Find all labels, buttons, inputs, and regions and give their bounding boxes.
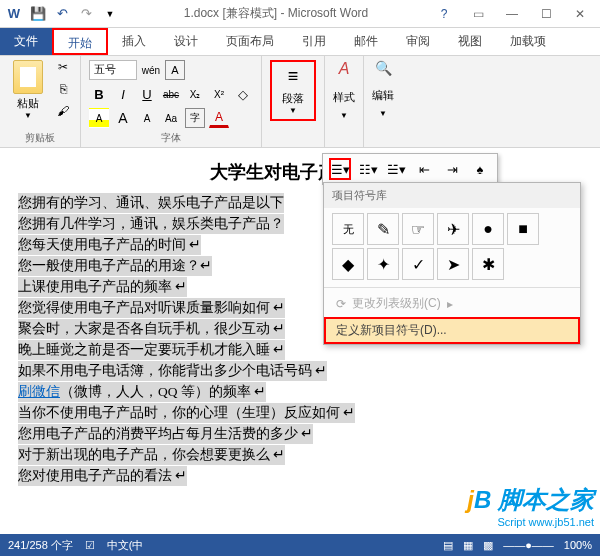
enclose-char-button[interactable]: 字	[185, 108, 205, 128]
clear-format-icon[interactable]: ◇	[233, 84, 253, 104]
change-case-button[interactable]: Aa	[161, 108, 181, 128]
styles-group: A 样式 ▼	[325, 56, 364, 147]
maximize-button[interactable]: ☐	[536, 7, 556, 21]
bullet-pencil[interactable]: ✎	[367, 213, 399, 245]
tab-references[interactable]: 引用	[288, 28, 340, 55]
italic-button[interactable]: I	[113, 84, 133, 104]
bullet-library-panel: 项目符号库 无 ✎ ☞ ✈ ● ■ ◆ ✦ ✓ ➤ ✱ ⟳ 更改列表级别(C) …	[323, 182, 581, 345]
bullet-plane[interactable]: ✈	[437, 213, 469, 245]
bullet-fourstar[interactable]: ✦	[367, 248, 399, 280]
grow-font-button[interactable]: A	[113, 108, 133, 128]
chevron-down-icon: ▼	[340, 111, 348, 120]
qat-dropdown-icon[interactable]: ▼	[102, 6, 118, 22]
cut-icon[interactable]: ✂	[54, 60, 72, 78]
increase-indent-button[interactable]: ⇥	[441, 158, 463, 180]
bold-button[interactable]: B	[89, 84, 109, 104]
bullet-hand[interactable]: ☞	[402, 213, 434, 245]
tab-design[interactable]: 设计	[160, 28, 212, 55]
clipboard-group: 粘贴 ▼ ✂ ⎘ 🖌 剪贴板	[0, 56, 81, 147]
close-button[interactable]: ✕	[570, 7, 590, 21]
document-line: 对于新出现的电子产品，你会想要更换么 ↵	[18, 445, 285, 465]
font-size-select[interactable]: 五号	[89, 60, 137, 80]
chevron-down-icon: ▼	[289, 106, 297, 115]
copy-icon[interactable]: ⎘	[54, 82, 72, 100]
language[interactable]: 中文(中	[107, 538, 144, 553]
shrink-font-button[interactable]: A	[137, 108, 157, 128]
document-line: 如果不用电子电话簿，你能背出多少个电话号码 ↵	[18, 361, 327, 381]
document-line: 晚上睡觉之前是否一定要玩手机才能入睡 ↵	[18, 340, 285, 360]
zoom-slider[interactable]: ——●——	[503, 539, 554, 551]
redo-icon[interactable]: ↷	[78, 6, 94, 22]
paragraph-group: ≡ 段落 ▼	[262, 56, 325, 147]
document-line: 上课使用电子产品的频率 ↵	[18, 277, 187, 297]
bullet-check[interactable]: ✓	[402, 248, 434, 280]
paragraph-button[interactable]: ≡ 段落 ▼	[270, 60, 316, 121]
highlight-button[interactable]: A	[89, 108, 109, 128]
change-list-level: ⟳ 更改列表级别(C) ▸	[324, 290, 580, 317]
tab-mailings[interactable]: 邮件	[340, 28, 392, 55]
tab-review[interactable]: 审阅	[392, 28, 444, 55]
bullet-star[interactable]: ✱	[472, 248, 504, 280]
undo-icon[interactable]: ↶	[54, 6, 70, 22]
document-line: 您拥有的学习、通讯、娱乐电子产品是以下	[18, 193, 284, 213]
bullet-diamond[interactable]: ◆	[332, 248, 364, 280]
editing-group: 🔍 编辑 ▼	[364, 56, 402, 147]
chevron-down-icon: ▼	[379, 109, 387, 118]
numbering-button[interactable]: ☷▾	[357, 158, 379, 180]
tab-view[interactable]: 视图	[444, 28, 496, 55]
bullet-arrow[interactable]: ➤	[437, 248, 469, 280]
chevron-down-icon: ▼	[24, 111, 32, 120]
find-icon[interactable]: 🔍	[375, 60, 392, 76]
tab-home[interactable]: 开始	[52, 28, 108, 55]
view-print-icon[interactable]: ▤	[443, 539, 453, 552]
document-line: 您用电子产品的消费平均占每月生活费的多少 ↵	[18, 424, 313, 444]
strike-button[interactable]: abc	[161, 84, 181, 104]
font-group: 五号 wén A B I U abc X₂ X² ◇ A A A Aa 字 A	[81, 56, 262, 147]
ribbon-options-icon[interactable]: ▭	[468, 7, 488, 21]
paste-button[interactable]: 粘贴 ▼	[8, 60, 48, 120]
align-icon: ≡	[288, 66, 299, 87]
superscript-button[interactable]: X²	[209, 84, 229, 104]
bullet-none[interactable]: 无	[332, 213, 364, 245]
document-line: 聚会时，大家是否各自玩手机，很少互动 ↵	[18, 319, 285, 339]
panel-header: 项目符号库	[324, 183, 580, 208]
page-count[interactable]: 241/258 个字	[8, 538, 73, 553]
multilevel-button[interactable]: ☱▾	[385, 158, 407, 180]
format-painter-icon[interactable]: 🖌	[54, 104, 72, 122]
window-title: 1.docx [兼容模式] - Microsoft Word	[118, 5, 434, 22]
word-app-icon: W	[6, 6, 22, 22]
phonetic-guide-button[interactable]: wén	[141, 60, 161, 80]
status-bar: 241/258 个字 ☑ 中文(中 ▤ ▦ ▩ ——●—— 100%	[0, 534, 600, 556]
minimize-button[interactable]: —	[502, 7, 522, 21]
watermark: jB 脚本之家 Script www.jb51.net	[467, 484, 594, 528]
tab-layout[interactable]: 页面布局	[212, 28, 288, 55]
document-line: 您拥有几件学习，通讯，娱乐类电子产品？	[18, 214, 284, 234]
subscript-button[interactable]: X₂	[185, 84, 205, 104]
document-line: 当你不使用电子产品时，你的心理（生理）反应如何 ↵	[18, 403, 355, 423]
paste-icon	[13, 60, 43, 94]
ribbon-tabs: 文件 开始 插入 设计 页面布局 引用 邮件 审阅 视图 加载项	[0, 28, 600, 56]
view-web-icon[interactable]: ▩	[483, 539, 493, 552]
decrease-indent-button[interactable]: ⇤	[413, 158, 435, 180]
bullet-square[interactable]: ■	[507, 213, 539, 245]
tab-insert[interactable]: 插入	[108, 28, 160, 55]
tab-addins[interactable]: 加载项	[496, 28, 560, 55]
bullets-button[interactable]: ☰▾	[329, 158, 351, 180]
bullet-circle[interactable]: ●	[472, 213, 504, 245]
view-read-icon[interactable]: ▦	[463, 539, 473, 552]
spellcheck-icon[interactable]: ☑	[85, 539, 95, 552]
zoom-level[interactable]: 100%	[564, 539, 592, 551]
document-line: 您对使用电子产品的看法 ↵	[18, 466, 187, 486]
underline-button[interactable]: U	[137, 84, 157, 104]
char-border-button[interactable]: A	[165, 60, 185, 80]
tab-file[interactable]: 文件	[0, 28, 52, 55]
define-new-bullet[interactable]: 定义新项目符号(D)...	[324, 317, 580, 344]
mini-toolbar: ☰▾ ☷▾ ☱▾ ⇤ ⇥ ♠	[322, 153, 498, 185]
font-color-button[interactable]: A	[209, 108, 229, 128]
save-icon[interactable]: 💾	[30, 6, 46, 22]
document-line: 刷微信（微博，人人，QQ 等）的频率 ↵	[18, 382, 266, 402]
document-line: 您每天使用电子产品的时间 ↵	[18, 235, 201, 255]
help-icon[interactable]: ?	[434, 7, 454, 21]
sort-button[interactable]: ♠	[469, 158, 491, 180]
styles-icon[interactable]: A	[339, 60, 350, 78]
